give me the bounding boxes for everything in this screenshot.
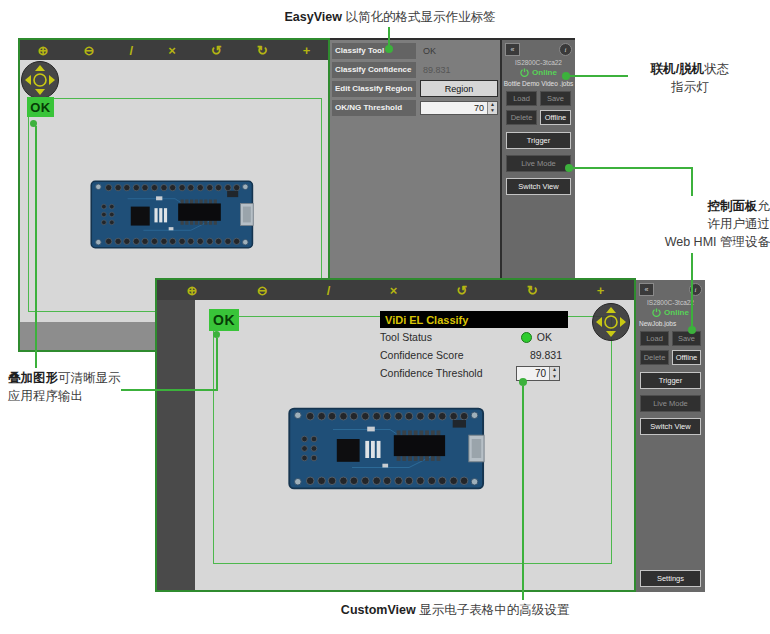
load-button[interactable]: Load bbox=[506, 91, 537, 106]
rotate-cw-icon[interactable]: ↻ bbox=[257, 44, 268, 57]
settings-button[interactable]: Settings bbox=[640, 570, 701, 587]
customview-image-viewport[interactable]: OK ViDi EL Classify Tool Status OK bbox=[195, 300, 634, 590]
tool-status-row: Tool Status OK bbox=[380, 328, 568, 346]
info-icon[interactable]: i bbox=[689, 283, 702, 296]
offline-button[interactable]: Offline bbox=[540, 110, 571, 125]
zoom-in-icon[interactable]: ⊕ bbox=[187, 284, 198, 297]
job-name: NewJob.jobs bbox=[636, 320, 705, 327]
load-button[interactable]: Load bbox=[640, 331, 669, 346]
device-panel-header: « i bbox=[636, 280, 705, 296]
confidence-score-row: Confidence Score 89.831 bbox=[380, 346, 568, 364]
job-name: Bottle Demo Video .jobs bbox=[502, 80, 575, 87]
classify-confidence-value: 89.831 bbox=[416, 65, 451, 75]
rotate-ccw-icon[interactable]: ↺ bbox=[211, 44, 222, 57]
rotate-cw-icon[interactable]: ↻ bbox=[527, 284, 538, 297]
offline-button[interactable]: Offline bbox=[672, 350, 701, 365]
live-mode-button[interactable]: Live Mode bbox=[506, 155, 571, 172]
customview-window: ⊕ ⊖ / × ↺ ↻ + OK ViDi EL Classify bbox=[155, 278, 705, 592]
confidence-score-label: Confidence Score bbox=[380, 349, 463, 361]
spinner-arrows: ▲ ▼ bbox=[487, 102, 497, 114]
annotation-customview-bold: CustomView bbox=[341, 603, 416, 617]
online-status-label: Online bbox=[532, 68, 557, 77]
measure-icon[interactable]: / bbox=[130, 44, 134, 57]
trigger-button[interactable]: Trigger bbox=[506, 132, 571, 149]
measure-icon[interactable]: / bbox=[327, 284, 331, 297]
threshold-value[interactable]: 70 bbox=[421, 102, 487, 114]
rotate-ccw-icon[interactable]: ↺ bbox=[457, 284, 468, 297]
annotation-easyview-bold: EasyView bbox=[285, 10, 342, 24]
easyview-ok-badge: OK bbox=[27, 97, 54, 117]
customview-left-strip bbox=[157, 300, 195, 590]
annotation-customview: CustomView 显示电子表格中的高级设置 bbox=[270, 601, 640, 619]
pan-dpad-icon[interactable] bbox=[591, 302, 631, 342]
pcb-image bbox=[276, 401, 504, 496]
cross-icon[interactable]: × bbox=[168, 44, 176, 57]
vidi-panel-title: ViDi EL Classify bbox=[380, 311, 568, 328]
spinner-arrows: ▲ ▼ bbox=[549, 367, 559, 380]
pan-icon[interactable]: + bbox=[303, 44, 311, 57]
connector-online bbox=[569, 75, 628, 77]
pan-dpad-icon[interactable] bbox=[20, 60, 60, 100]
classify-confidence-label: Classify Confidence bbox=[332, 62, 416, 78]
zoom-in-icon[interactable]: ⊕ bbox=[38, 44, 49, 57]
connector-control-h bbox=[572, 167, 693, 169]
tool-status-value: OK bbox=[537, 331, 552, 343]
confidence-threshold-label: Confidence Threshold bbox=[380, 367, 483, 379]
annotation-easyview: EasyView 以简化的格式显示作业标签 bbox=[225, 8, 555, 26]
easyview-toolbar: ⊕ ⊖ / × ↺ ↻ + bbox=[20, 40, 328, 60]
annotation-overlay-bold: 叠加图形 bbox=[8, 371, 58, 385]
pan-icon[interactable]: + bbox=[597, 284, 605, 297]
device-name: IS2800C-3tca22 bbox=[636, 299, 705, 306]
confidence-threshold-spinner[interactable]: 70 ▲ ▼ bbox=[516, 366, 560, 381]
annotation-easyview-rest: 以简化的格式显示作业标签 bbox=[342, 10, 495, 24]
annotation-overlay-rest: 可清晰显示 bbox=[58, 371, 121, 385]
annotation-control-bold: 控制面板 bbox=[708, 199, 758, 213]
vidi-tool-panel: ViDi EL Classify Tool Status OK Confiden… bbox=[380, 311, 568, 382]
collapse-icon[interactable]: « bbox=[639, 283, 654, 296]
delete-button[interactable]: Delete bbox=[640, 350, 669, 365]
online-status: Online bbox=[502, 68, 575, 77]
annotation-control: 控制面板允 许用户通过 Web HMI 管理设备 bbox=[598, 197, 770, 251]
save-button[interactable]: Save bbox=[672, 331, 701, 346]
live-mode-button[interactable]: Live Mode bbox=[640, 395, 701, 412]
threshold-spinner[interactable]: 70 ▲ ▼ bbox=[420, 101, 498, 115]
confidence-score-value: 89.831 bbox=[530, 349, 562, 361]
power-icon bbox=[520, 68, 529, 77]
save-button[interactable]: Save bbox=[540, 91, 571, 106]
stepper-down-icon[interactable]: ▼ bbox=[488, 108, 497, 114]
pcb-image bbox=[80, 175, 270, 254]
annotation-control-rest: 允 bbox=[758, 199, 770, 213]
annotation-online-rest: 状态 bbox=[704, 62, 729, 76]
collapse-icon[interactable]: « bbox=[505, 43, 520, 56]
info-icon[interactable]: i bbox=[559, 43, 572, 56]
classify-row: Classify Confidence 89.831 bbox=[332, 61, 498, 78]
switch-view-button[interactable]: Switch View bbox=[640, 418, 701, 435]
tool-status-label: Tool Status bbox=[380, 331, 432, 343]
customview-display-area: ⊕ ⊖ / × ↺ ↻ + OK ViDi EL Classify bbox=[155, 278, 636, 592]
annotation-online: 联机/脱机状态 指示灯 bbox=[615, 60, 765, 96]
zoom-out-icon[interactable]: ⊖ bbox=[257, 284, 268, 297]
classify-tool-label: Classify Tool bbox=[332, 43, 416, 59]
online-status: Online bbox=[636, 308, 705, 317]
confidence-threshold-row: Confidence Threshold 70 ▲ ▼ bbox=[380, 364, 568, 382]
connector-control-v1 bbox=[691, 169, 693, 196]
stepper-down-icon[interactable]: ▼ bbox=[550, 373, 559, 380]
device-name: IS2800C-3tca22 bbox=[502, 59, 575, 66]
trigger-button[interactable]: Trigger bbox=[640, 372, 701, 389]
region-button[interactable]: Region bbox=[420, 80, 498, 97]
delete-button[interactable]: Delete bbox=[506, 110, 537, 125]
annotation-online-bold: 联机/脱机 bbox=[651, 62, 704, 76]
confidence-threshold-value[interactable]: 70 bbox=[517, 367, 549, 380]
cross-icon[interactable]: × bbox=[390, 284, 398, 297]
classify-row: Classify Tool OK bbox=[332, 42, 498, 59]
page: ⊕ ⊖ / × ↺ ↻ + OK bbox=[0, 0, 770, 634]
customview-device-panel: « i IS2800C-3tca22 Online NewJob.jobs Lo… bbox=[636, 280, 705, 592]
customview-ok-badge: OK bbox=[209, 309, 239, 331]
customview-toolbar: ⊕ ⊖ / × ↺ ↻ + bbox=[157, 280, 634, 300]
ok-status-dot-icon bbox=[521, 332, 532, 343]
device-panel-header: « i bbox=[502, 40, 575, 56]
threshold-label: OK/NG Threshold bbox=[332, 100, 416, 116]
zoom-out-icon[interactable]: ⊖ bbox=[84, 44, 95, 57]
switch-view-button[interactable]: Switch View bbox=[506, 178, 571, 195]
annotation-control-line2: 许用户通过 bbox=[598, 215, 770, 233]
